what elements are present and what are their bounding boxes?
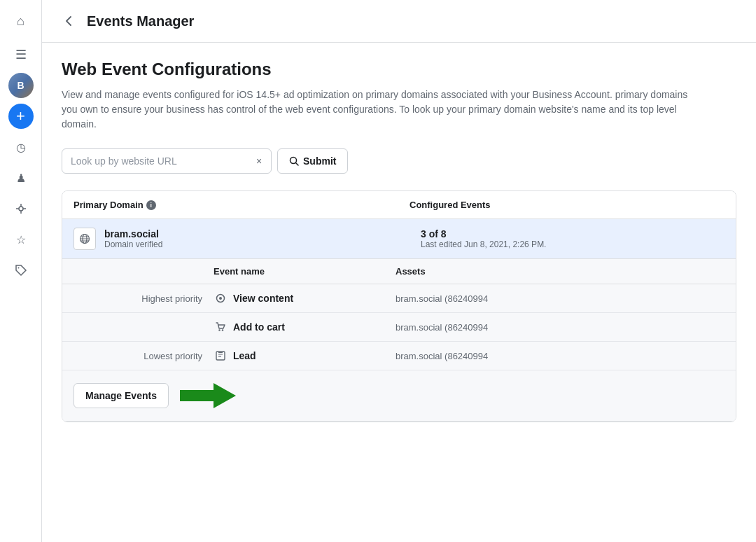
priority-col-header [74, 266, 214, 277]
event-row-1: Highest priority View content bram.socia… [62, 284, 736, 313]
tag-icon[interactable] [8, 258, 34, 283]
arrow-icon [180, 382, 236, 410]
assets-col-header: Assets [396, 266, 724, 277]
col2-header: Configured Events [410, 200, 724, 210]
svg-point-0 [19, 207, 23, 211]
domain-table: Primary Domain i Configured Events [62, 190, 736, 422]
asset-cell-2: bram.social (86240994 [396, 322, 724, 333]
lead-icon [214, 349, 227, 363]
event-name-3: Lead [233, 350, 256, 361]
asset-cell-1: bram.social (86240994 [396, 293, 724, 304]
manage-events-row: Manage Events [62, 370, 736, 421]
back-button[interactable] [59, 11, 78, 31]
page-header-title: Events Manager [87, 13, 194, 29]
asset-cell-3: bram.social (86240994 [396, 351, 724, 361]
events-detail: Event name Assets Highest priority View [62, 259, 736, 422]
event-name-2: Add to cart [233, 321, 285, 333]
event-name-cell-1: View content [214, 291, 396, 305]
home-icon[interactable]: ⌂ [8, 8, 34, 34]
priority-label-1: Highest priority [74, 293, 214, 304]
sidebar: ⌂ ☰ B + ◷ ♟ ☆ [0, 0, 42, 542]
event-name-col-header: Event name [214, 266, 396, 277]
menu-icon[interactable]: ☰ [8, 42, 34, 67]
col1-header: Primary Domain i [74, 200, 410, 210]
events-detail-header: Event name Assets [62, 259, 736, 284]
page-description: View and manage events configured for iO… [62, 88, 692, 132]
event-row-3: Lowest priority Lead bram.social [62, 342, 736, 370]
submit-button[interactable]: Submit [277, 148, 348, 174]
graph-icon[interactable] [8, 196, 34, 221]
svg-point-5 [18, 267, 19, 269]
green-arrow-indicator [180, 382, 236, 410]
clear-button[interactable]: × [252, 154, 266, 168]
svg-line-7 [296, 163, 299, 166]
avatar-icon[interactable]: B [8, 73, 34, 98]
person-icon[interactable]: ♟ [8, 165, 34, 190]
add-icon[interactable]: + [8, 104, 34, 129]
event-name-cell-2: Add to cart [214, 320, 396, 334]
search-icon [289, 156, 299, 166]
info-icon[interactable]: i [146, 200, 156, 210]
clock-icon[interactable]: ◷ [8, 134, 34, 160]
event-name-cell-3: Lead [214, 349, 396, 363]
priority-label-3: Lowest priority [74, 351, 214, 361]
star-icon[interactable]: ☆ [8, 227, 34, 252]
events-count: 3 of 8 [421, 228, 724, 239]
svg-point-15 [218, 329, 220, 331]
svg-point-16 [222, 329, 223, 331]
domain-status: Domain verified [104, 239, 412, 249]
search-wrapper: × [62, 148, 272, 174]
view-content-icon [214, 291, 227, 305]
content-area: Web Event Configurations View and manage… [42, 43, 756, 542]
add-to-cart-icon [214, 320, 227, 334]
svg-marker-21 [180, 383, 236, 408]
domain-name: bram.social [104, 228, 412, 239]
domain-info: bram.social Domain verified [104, 228, 412, 249]
table-header: Primary Domain i Configured Events [62, 191, 736, 219]
configured-events-cell: 3 of 8 Last edited Jun 8, 2021, 2:26 PM. [421, 228, 724, 249]
domain-row[interactable]: bram.social Domain verified 3 of 8 Last … [62, 219, 736, 259]
search-row: × Submit [62, 148, 736, 174]
header: Events Manager [42, 0, 756, 43]
event-name-1: View content [233, 293, 293, 304]
manage-events-button[interactable]: Manage Events [74, 383, 169, 408]
globe-icon [74, 228, 96, 250]
svg-point-14 [219, 297, 222, 300]
page-title: Web Event Configurations [62, 60, 736, 79]
search-input[interactable] [62, 148, 272, 174]
events-date: Last edited Jun 8, 2021, 2:26 PM. [421, 239, 724, 249]
event-row-2: Add to cart bram.social (86240994 [62, 313, 736, 342]
main-content: Events Manager Web Event Configurations … [42, 0, 756, 542]
